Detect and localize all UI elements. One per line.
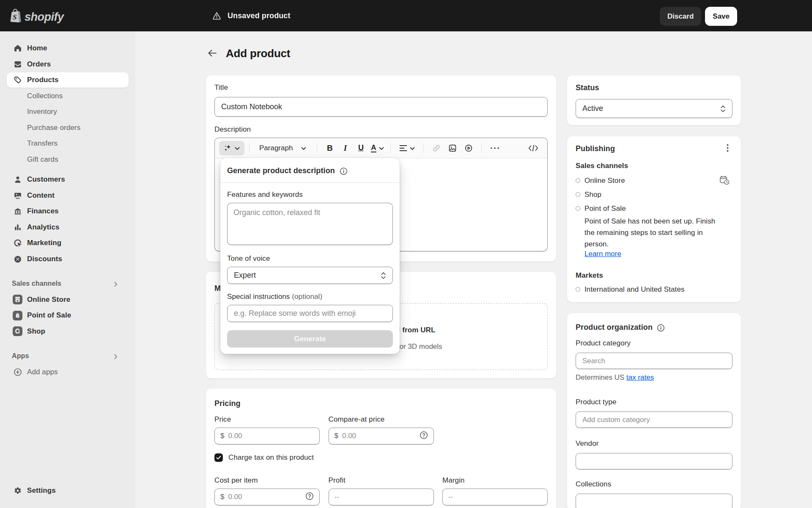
- publishing-card: Publishing Sales channels Online Store S…: [567, 136, 741, 302]
- product-category-label: Product category: [576, 339, 732, 348]
- sidebar-item-content[interactable]: Content: [7, 188, 129, 203]
- sidebar-item-transfers[interactable]: Transfers: [7, 136, 129, 151]
- market-bullet-icon: [576, 287, 580, 292]
- channel-row-shop: Shop: [576, 190, 732, 199]
- margin-label: Margin: [442, 476, 548, 485]
- sidebar-item-online-store[interactable]: Online Store: [7, 292, 129, 307]
- collections-input[interactable]: [576, 494, 732, 508]
- right-column: Status Active Publishing Sales channels …: [567, 75, 741, 508]
- text-alignment-button[interactable]: [395, 141, 419, 155]
- sidebar-item-collections[interactable]: Collections: [7, 88, 129, 104]
- topbar-actions: Discard Save: [660, 7, 737, 26]
- sidebar-item-label: Gift cards: [27, 155, 58, 164]
- compare-at-price-input[interactable]: [342, 432, 416, 440]
- sidebar-section-apps[interactable]: Apps: [7, 348, 129, 364]
- sidebar-item-point-of-sale[interactable]: S Point of Sale: [7, 308, 129, 323]
- sidebar-item-products[interactable]: Products: [7, 72, 129, 88]
- sidebar-section-label: Sales channels: [12, 280, 61, 287]
- tone-of-voice-select[interactable]: Expert: [227, 267, 393, 284]
- generate-button[interactable]: Generate: [227, 330, 393, 348]
- special-instructions-label-text: Special instructions: [227, 293, 290, 301]
- sidebar-item-gift-cards[interactable]: Gift cards: [7, 152, 129, 167]
- sidebar-section-sales-channels[interactable]: Sales channels: [7, 276, 129, 291]
- sidebar-item-discounts[interactable]: Discounts: [7, 251, 129, 267]
- shopify-bag-icon: S: [9, 8, 22, 24]
- title-input[interactable]: [214, 97, 548, 117]
- chevron-right-icon: [114, 281, 118, 289]
- products-tag-icon: [14, 76, 22, 84]
- underline-button[interactable]: U: [353, 141, 369, 155]
- back-button[interactable]: [206, 47, 219, 60]
- italic-button[interactable]: I: [337, 141, 353, 155]
- special-instructions-label: Special instructions (optional): [227, 292, 393, 301]
- shopify-wordmark: shopify: [25, 11, 64, 24]
- chevron-right-icon: [114, 353, 118, 361]
- pos-setup-note: Point of Sale has not been set up. Finis…: [584, 215, 727, 250]
- price-label: Price: [214, 415, 320, 424]
- info-icon[interactable]: [657, 324, 665, 332]
- sidebar-group-gap: [0, 340, 135, 348]
- code-icon: [528, 145, 538, 152]
- sales-channels-heading: Sales channels: [576, 161, 732, 170]
- learn-more-link[interactable]: Learn more: [584, 250, 621, 258]
- finances-icon: [14, 207, 22, 215]
- shopify-logo[interactable]: S shopify: [9, 8, 64, 24]
- sidebar-item-label: Online Store: [27, 295, 70, 304]
- description-label: Description: [214, 125, 548, 134]
- sidebar-item-marketing[interactable]: Marketing: [7, 235, 129, 251]
- insert-image-button[interactable]: [444, 141, 461, 155]
- special-instructions-input[interactable]: [227, 305, 393, 322]
- price-input-wrap: $: [214, 428, 320, 444]
- sidebar-item-shop[interactable]: Shop: [7, 324, 129, 339]
- sidebar-item-settings[interactable]: Settings: [7, 483, 129, 498]
- customers-icon: [14, 175, 22, 184]
- collections-label: Collections: [576, 480, 732, 489]
- generate-description-popover: Generate product description Features an…: [220, 158, 400, 354]
- vendor-input[interactable]: [576, 453, 732, 469]
- profit-input[interactable]: [335, 493, 428, 501]
- features-keywords-textarea[interactable]: [227, 203, 393, 245]
- price-input[interactable]: [228, 432, 314, 440]
- product-category-input[interactable]: [576, 353, 732, 369]
- more-options-button[interactable]: [486, 141, 503, 155]
- status-card-title: Status: [576, 83, 732, 92]
- sidebar-item-add-apps[interactable]: Add apps: [7, 364, 129, 380]
- sidebar-item-customers[interactable]: Customers: [7, 172, 129, 187]
- insert-video-button[interactable]: [461, 141, 477, 155]
- paragraph-style-dropdown[interactable]: Paragraph: [254, 141, 312, 155]
- checkmark-icon: [216, 456, 221, 460]
- margin-input-wrap: [442, 489, 548, 505]
- save-button[interactable]: Save: [705, 7, 737, 26]
- info-icon[interactable]: [340, 167, 348, 175]
- sidebar-item-label: Discounts: [27, 255, 62, 263]
- sidebar-item-analytics[interactable]: Analytics: [7, 220, 129, 235]
- ai-generate-button[interactable]: [219, 141, 244, 155]
- pricing-column: Cost per item $: [214, 476, 320, 505]
- popover-title: Generate product description: [227, 166, 335, 175]
- help-question-icon[interactable]: [420, 431, 428, 441]
- cost-per-item-input[interactable]: [228, 493, 302, 501]
- sidebar-item-label: Transfers: [27, 139, 58, 148]
- bold-button[interactable]: B: [322, 141, 337, 155]
- sidebar-item-finances[interactable]: Finances: [7, 204, 129, 219]
- sidebar-item-home[interactable]: Home: [7, 41, 129, 56]
- sidebar-item-orders[interactable]: Orders: [7, 57, 129, 72]
- sidebar: Home Orders Products Collections Invento…: [0, 31, 135, 508]
- charge-tax-row: Charge tax on this product: [214, 453, 548, 462]
- status-select[interactable]: Active: [576, 99, 732, 118]
- discard-button[interactable]: Discard: [660, 7, 701, 26]
- publishing-menu-button[interactable]: [722, 144, 732, 154]
- charge-tax-checkbox[interactable]: [214, 453, 223, 462]
- arrow-left-icon: [207, 49, 217, 58]
- margin-input[interactable]: [448, 493, 542, 501]
- sidebar-item-purchase-orders[interactable]: Purchase orders: [7, 120, 129, 135]
- help-question-icon[interactable]: [305, 492, 314, 502]
- text-color-button[interactable]: A: [369, 141, 386, 155]
- tax-rates-link[interactable]: tax rates: [626, 373, 654, 381]
- product-type-input[interactable]: [576, 411, 732, 428]
- sidebar-item-inventory[interactable]: Inventory: [7, 104, 129, 119]
- show-html-button[interactable]: [524, 141, 542, 155]
- features-keywords-label: Features and keywords: [227, 190, 393, 199]
- schedule-calendar-icon[interactable]: [719, 175, 730, 187]
- insert-link-button[interactable]: [428, 141, 444, 155]
